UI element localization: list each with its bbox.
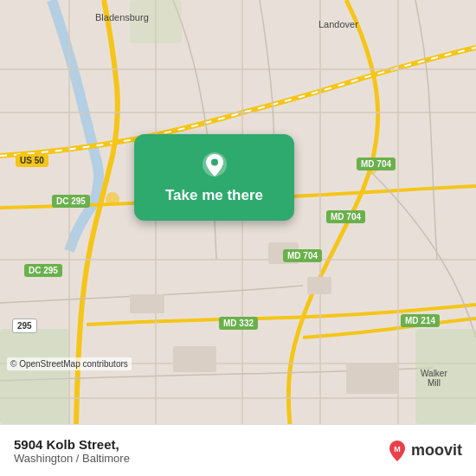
route-label-md704-1: MD 704 — [357, 158, 396, 170]
place-bladensburg: Bladensburg — [95, 12, 149, 23]
svg-text:M: M — [394, 445, 401, 453]
route-label-295: 295 — [12, 318, 37, 333]
address-container: 5904 Kolb Street, Washington / Baltimore — [14, 437, 385, 465]
address-line: 5904 Kolb Street, — [14, 437, 385, 452]
route-label-us50: US 50 — [16, 154, 48, 167]
moovit-logo-icon: M — [385, 439, 409, 463]
route-label-md214: MD 214 — [401, 314, 440, 327]
svg-rect-18 — [130, 294, 164, 313]
take-me-there-button[interactable]: Take me there — [134, 134, 294, 221]
svg-rect-19 — [173, 346, 216, 372]
city-line: Washington / Baltimore — [14, 452, 385, 465]
place-walker-mill: WalkerMill — [421, 369, 447, 388]
svg-rect-13 — [0, 329, 69, 424]
take-me-there-label: Take me there — [165, 187, 263, 204]
route-label-dc295-2: DC 295 — [24, 264, 62, 277]
svg-rect-20 — [346, 363, 398, 394]
route-label-dc295-1: DC 295 — [52, 195, 90, 208]
location-pin-icon — [199, 151, 230, 182]
moovit-logo: M moovit — [385, 439, 462, 463]
route-label-md704-3: MD 704 — [283, 249, 322, 262]
route-label-md332: MD 332 — [219, 317, 258, 330]
route-label-md704-2: MD 704 — [326, 210, 365, 223]
svg-rect-17 — [307, 277, 331, 294]
bottom-bar: 5904 Kolb Street, Washington / Baltimore… — [0, 424, 476, 476]
map-container: US 50 DC 295 DC 295 295 MD 704 MD 704 MD… — [0, 0, 476, 424]
copyright-text: © OpenStreetMap contributors — [7, 357, 132, 370]
svg-point-22 — [211, 159, 218, 166]
svg-point-11 — [106, 192, 119, 206]
place-landover: Landover — [318, 19, 358, 29]
moovit-logo-text: moovit — [411, 441, 462, 460]
